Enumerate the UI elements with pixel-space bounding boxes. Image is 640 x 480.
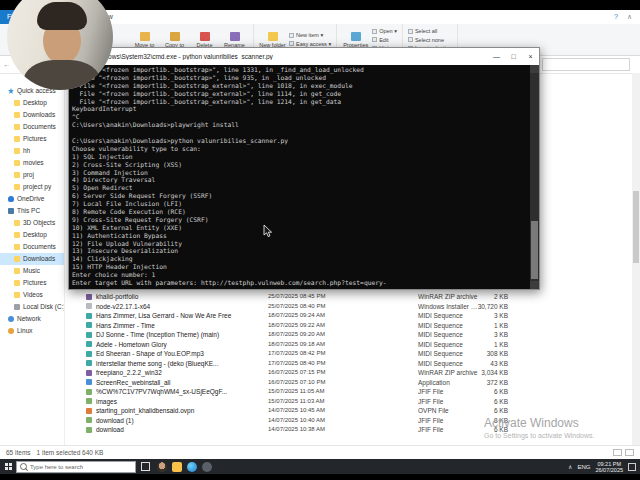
file-name: interstellar theme song - (deko (BlueqKE… [96,359,258,369]
sidebar-item-icon [8,88,14,94]
ribbon-button[interactable]: New item ▾ [289,32,331,38]
console-line: Enter choice number: 1 [72,271,530,279]
file-type-icon [86,427,92,433]
sidebar-item[interactable]: Pictures [0,277,64,289]
task-view-button[interactable] [139,460,152,473]
sidebar-item-icon [14,220,20,226]
sidebar-item[interactable]: Pictures [0,133,64,145]
details-view-icon[interactable] [613,449,622,456]
start-button[interactable] [0,459,16,474]
ribbon-button[interactable]: Easy access ▾ [289,41,331,47]
file-row[interactable]: interstellar theme song - (deko (BlueqKE… [66,359,632,369]
file-row[interactable]: Ed Sheeran - Shape of You.EOP.mp3 17/07/… [66,349,632,359]
file-row[interactable]: %CW%7C1V7PV7WqhWM4_sx-USjEeQgF... 15/07/… [66,387,632,397]
file-name: starting_point_khalidbensaid.ovpn [96,406,258,416]
sidebar-item[interactable]: hh [0,145,64,157]
new-folder-button[interactable]: New folder [259,32,286,48]
ribbon-small-icon [289,33,294,38]
sidebar-item[interactable]: Desktop [0,229,64,241]
language-indicator[interactable]: ENG [577,464,590,470]
console-line: 15) HTTP Header Injection [72,263,530,271]
sidebar-item[interactable]: Desktop [0,97,64,109]
taskbar-clock[interactable]: 09:21 PM 26/07/2025 [595,461,623,473]
sidebar-item[interactable]: 3D Objects [0,217,64,229]
console-line: 14) Clickjacking [72,255,530,263]
sidebar-item[interactable]: proj [0,169,64,181]
search-box[interactable] [542,58,630,71]
file-row[interactable]: images 15/07/2025 11:03 AM JFIF File 6 K… [66,397,632,407]
ribbon-button[interactable]: Rename [221,32,248,48]
taskbar-app-icon[interactable] [157,462,167,472]
scroll-up-icon[interactable] [530,65,539,73]
properties-button[interactable]: Properties [342,32,369,48]
file-row[interactable]: Adele - Hometown Glory 18/07/2025 09:18 … [66,340,632,350]
taskbar-app-icon[interactable] [187,462,197,472]
file-size: 43 KB [452,359,508,369]
maximize-button[interactable]: □ [505,48,522,65]
sidebar-item[interactable]: Videos [0,289,64,301]
sidebar-item-icon [14,280,20,286]
file-row[interactable]: Hans Zimmer - Time 18/07/2025 09:22 AM M… [66,321,632,331]
ribbon-collapse-icon[interactable]: ∧ [627,10,632,24]
file-row[interactable]: ScreenRec_webinstall_all 16/07/2025 07:1… [66,378,632,388]
close-button[interactable]: × [522,48,539,65]
file-date-modified: 18/07/2025 09:22 AM [268,321,364,331]
minimize-button[interactable]: — [488,48,505,65]
ribbon-button[interactable]: Select all [408,28,452,34]
sidebar-item[interactable]: Music [0,265,64,277]
sidebar-item[interactable]: Network [0,313,64,325]
sidebar-item[interactable]: movies [0,157,64,169]
sidebar-item[interactable]: project py [0,181,64,193]
taskbar-app-icon[interactable] [172,462,182,472]
scroll-down-icon[interactable] [530,281,539,289]
cmd-title-bar[interactable]: C:\Windows\System32\cmd.exe - python val… [69,48,539,65]
file-date-modified: 18/07/2025 09:24 AM [268,311,364,321]
scrollbar-thumb[interactable] [531,221,538,279]
ribbon-button[interactable]: Select none [408,37,452,43]
ribbon-button-icon [230,32,240,41]
sidebar-item[interactable]: Downloads [0,109,64,121]
watermark-subtitle: Go to Settings to activate Windows. [484,432,595,439]
action-center-icon[interactable] [628,463,636,471]
file-type-icon [86,351,92,357]
sidebar-item[interactable]: This PC [0,205,64,217]
file-row[interactable]: Hans Zimmer, Lisa Gerrard - Now We Are F… [66,311,632,321]
file-row[interactable]: node-v22.17.1-x64 25/07/2025 08:40 PM Wi… [66,302,632,312]
sidebar-item-icon [14,124,20,130]
cmd-scrollbar[interactable] [530,65,539,289]
taskbar-search[interactable]: Type here to search [16,461,136,473]
ribbon-button[interactable]: Copy to [161,32,188,48]
sidebar-item[interactable]: OneDrive [0,193,64,205]
file-row[interactable]: starting_point_khalidbensaid.ovpn 14/07/… [66,406,632,416]
console-line: 7) Local File Inclusion (LFI) [72,200,530,208]
sidebar-item[interactable]: Local Disk (C:) [0,301,64,313]
cmd-window: C:\Windows\System32\cmd.exe - python val… [68,47,540,290]
file-row[interactable]: khalid-portfolio 25/07/2025 08:45 PM Win… [66,292,632,302]
console-line: 12) File Upload Vulnerability [72,240,530,248]
ribbon-button[interactable]: Delete [191,32,218,48]
ribbon-button[interactable]: Edit [372,37,397,43]
activate-windows-watermark: Activate Windows Go to Settings to activ… [484,416,595,439]
file-row[interactable]: freepiano_2.2.2_win32 16/07/2025 07:15 P… [66,368,632,378]
file-row[interactable]: DJ Sonne - Time (Inception Theme) (main)… [66,330,632,340]
sidebar-item-icon [14,304,20,310]
file-size: 308 KB [452,349,508,359]
sidebar-item[interactable]: Documents [0,241,64,253]
taskbar-app-icon[interactable] [202,462,212,472]
file-type-icon [86,303,92,309]
scrollbar-thumb[interactable] [633,191,639,263]
sidebar-item[interactable]: Linux [0,325,64,337]
sidebar-item[interactable]: Downloads [0,253,64,265]
sidebar-item[interactable]: Documents [0,121,64,133]
thumbnail-view-icon[interactable] [625,449,634,456]
ribbon-button[interactable]: Move to [131,32,158,48]
help-icon[interactable]: ? [614,10,618,24]
console-line: 4) Directory Traversal [72,176,530,184]
ribbon-button[interactable]: Open ▾ [372,28,397,34]
file-date-modified: 16/07/2025 07:10 PM [268,378,364,388]
explorer-scrollbar[interactable] [632,73,640,446]
cmd-console[interactable]: File "<frozen importlib._bootstrap>", li… [69,65,530,289]
back-icon[interactable]: ← [0,60,13,69]
file-size: 6 KB [452,397,508,407]
tray-expand-icon[interactable]: ∧ [568,463,572,470]
